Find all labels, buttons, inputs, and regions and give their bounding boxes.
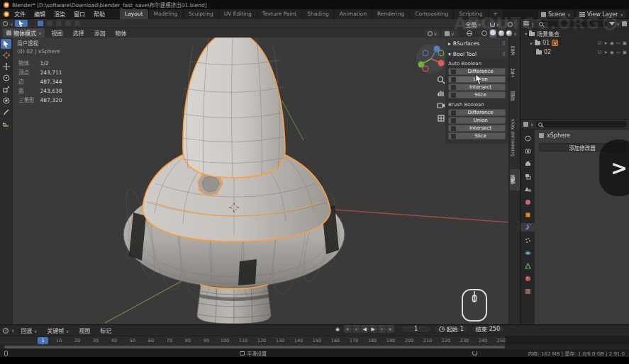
scene-selector[interactable]: Scene ∨: [538, 11, 574, 18]
sidebar-tab-item[interactable]: 条目: [510, 42, 520, 60]
menu-view[interactable]: 视图: [48, 28, 66, 38]
expand-arrow-icon[interactable]: ▾: [525, 31, 527, 36]
pan-hand-icon[interactable]: [437, 89, 445, 97]
playhead[interactable]: 1: [38, 337, 48, 344]
add-workspace-button[interactable]: +: [489, 9, 503, 19]
navigation-gizmo[interactable]: [416, 43, 447, 74]
tab-texture[interactable]: [521, 287, 535, 295]
outliner-editor-icon[interactable]: [523, 21, 529, 26]
tab-modifiers-active[interactable]: [521, 223, 535, 232]
expand-arrow-icon[interactable]: ▸: [530, 40, 533, 45]
tab-object[interactable]: [521, 210, 535, 219]
view-layer-selector[interactable]: View Layer ∨: [577, 11, 626, 18]
blender-menu-icon[interactable]: [4, 11, 9, 17]
play-button[interactable]: ▶: [369, 325, 377, 333]
jump-to-end-button[interactable]: »: [386, 325, 394, 333]
new-collection-icon[interactable]: [622, 21, 627, 26]
tab-sculpting[interactable]: Sculpting: [184, 9, 219, 19]
shading-material-icon[interactable]: [499, 30, 504, 36]
sidebar-tab-screencast-keys[interactable]: Screencast Keys: [510, 110, 520, 165]
mode-dropdown[interactable]: 物体模式 ∨: [3, 28, 45, 38]
hide-eye-icon[interactable]: ◉: [610, 40, 614, 46]
menu-edit[interactable]: 编辑: [30, 8, 49, 19]
frame-end-field[interactable]: 结束250: [471, 325, 505, 333]
menu-keying[interactable]: 关键帧 ∨: [43, 325, 72, 336]
select-mode-intersect-icon[interactable]: [74, 20, 81, 27]
viewport-disable-icon[interactable]: ▭: [616, 50, 620, 55]
menu-select[interactable]: 选择: [69, 28, 87, 38]
auto-slice-button[interactable]: Slice: [448, 91, 506, 98]
perspective-toggle-icon[interactable]: [437, 114, 445, 123]
scrollbar-thumb[interactable]: [4, 346, 505, 348]
frame-start-field[interactable]: 起始1: [434, 325, 469, 333]
menu-add[interactable]: 添加: [90, 28, 108, 38]
tab-texture-paint[interactable]: Texture Paint: [257, 9, 302, 19]
tab-shading[interactable]: Shading: [302, 9, 334, 19]
tab-scene[interactable]: [521, 185, 535, 193]
outliner-row-collection-02[interactable]: 02 ☑ ➤ ◉ ▭ ▣: [521, 47, 629, 57]
brush-slice-button[interactable]: Slice: [448, 132, 506, 140]
menu-help[interactable]: 帮助: [90, 8, 108, 19]
tool-cursor[interactable]: [1, 50, 11, 60]
snap-toggle[interactable]: ∨: [487, 21, 502, 28]
tool-transform[interactable]: [1, 96, 11, 106]
select-box-tool-button[interactable]: [15, 20, 28, 27]
play-reverse-button[interactable]: ◀: [361, 325, 369, 333]
outliner-row-collection-01[interactable]: ▸ 01 V ☑ ➤ ◉ ▭ ▣: [521, 38, 629, 47]
camera-view-icon[interactable]: [437, 101, 445, 110]
tab-physics[interactable]: [521, 249, 535, 257]
shading-wireframe-icon[interactable]: [482, 30, 487, 36]
clock-icon[interactable]: [3, 328, 9, 334]
timeline-ruler[interactable]: 1020304050607080901001101201301401501601…: [0, 336, 629, 345]
tab-particles[interactable]: [521, 236, 535, 244]
tab-object-data[interactable]: [521, 261, 535, 270]
tab-compositing[interactable]: Compositing: [410, 9, 454, 19]
menu-window[interactable]: 窗口: [70, 8, 89, 19]
tab-render[interactable]: [521, 147, 535, 155]
jump-prev-keyframe-button[interactable]: ‹: [352, 325, 360, 333]
3d-viewport[interactable]: 用户透视 (0) 02 | xSphere 物体1/2 顶点243,711 边4…: [13, 38, 520, 324]
select-mode-invert-icon[interactable]: [65, 20, 72, 27]
tab-material[interactable]: [521, 274, 535, 283]
tab-rendering[interactable]: Rendering: [372, 9, 410, 19]
select-mode-new-icon[interactable]: [37, 20, 44, 27]
tab-modeling[interactable]: Modeling: [149, 9, 184, 19]
tool-rotate[interactable]: [1, 73, 11, 83]
gizmos-dropdown[interactable]: ∨: [425, 30, 440, 37]
exclude-checkbox-icon[interactable]: ☑: [598, 50, 602, 55]
brush-intersect-button[interactable]: Intersect: [448, 125, 506, 132]
x-axis-handle[interactable]: [438, 60, 445, 67]
tab-animation[interactable]: Animation: [335, 9, 372, 19]
sidebar-tab-edit[interactable]: 编辑: [510, 169, 520, 190]
sidebar-tab-tool[interactable]: 工具: [510, 64, 520, 83]
menu-playback[interactable]: 回放 ∨: [17, 325, 40, 336]
xray-globe-icon[interactable]: [467, 30, 472, 36]
proportional-edit-toggle[interactable]: [505, 21, 516, 28]
properties-search-input[interactable]: [535, 121, 627, 127]
outliner-search-input[interactable]: [536, 21, 606, 27]
selectable-icon[interactable]: ➤: [604, 50, 608, 55]
menu-view[interactable]: 视图: [75, 325, 94, 336]
panel-bsurfaces[interactable]: ▸ BSurfaces ⠿: [445, 39, 508, 48]
viewport-disable-icon[interactable]: ▭: [616, 40, 620, 46]
tool-select-box[interactable]: [1, 39, 11, 49]
tool-measure[interactable]: [1, 118, 11, 128]
shading-solid-active[interactable]: [489, 29, 496, 38]
tab-tool[interactable]: [521, 134, 535, 142]
tab-output[interactable]: [521, 159, 535, 168]
jump-to-start-button[interactable]: «: [344, 325, 352, 333]
sidebar-tab-view[interactable]: 视图: [510, 87, 520, 106]
menu-marker[interactable]: 标记: [96, 325, 115, 336]
select-mode-subtract-icon[interactable]: [55, 20, 62, 27]
exclude-checkbox-icon[interactable]: ☑: [598, 40, 602, 46]
tool-scale[interactable]: [1, 84, 11, 94]
tab-layout[interactable]: Layout: [120, 9, 149, 19]
render-disable-icon[interactable]: ▣: [623, 40, 627, 46]
overlays-dropdown[interactable]: ∨: [442, 30, 457, 37]
tab-view-layer[interactable]: [521, 172, 535, 181]
tab-scripting[interactable]: Scripting: [454, 9, 488, 19]
tab-uv-editing[interactable]: UV Editing: [219, 9, 257, 19]
active-tool-icon[interactable]: [3, 21, 8, 26]
brush-difference-button[interactable]: Difference: [448, 109, 506, 116]
filter-icon[interactable]: [609, 22, 615, 25]
